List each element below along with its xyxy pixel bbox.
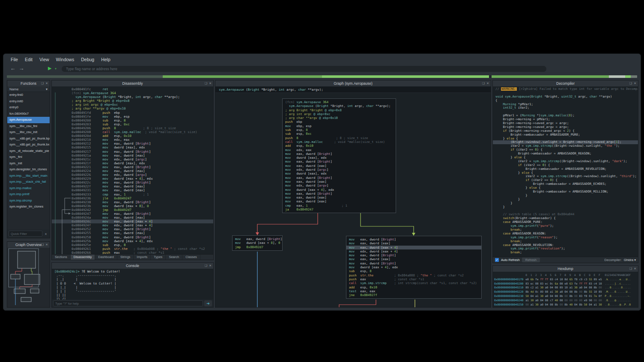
continue-dropdown-icon[interactable]: ▾ (55, 67, 57, 71)
function-item[interactable]: sym.__libc_csu_init (7, 129, 50, 136)
forward-button[interactable]: → (18, 65, 25, 71)
address-input[interactable] (62, 66, 546, 72)
menu-edit[interactable]: Edit (22, 56, 36, 63)
seek-segment[interactable] (625, 75, 631, 78)
code-line: Morning *pMVar1; (493, 103, 638, 107)
close-icon[interactable]: ✕ (634, 82, 636, 85)
auto-refresh-checkbox[interactable]: ✓ (495, 258, 499, 262)
code-line: 0x08049226 mov edx, dword [argv] (52, 173, 213, 177)
function-item[interactable]: sym.__libc_csu_fini (7, 123, 50, 130)
graph-node-entry[interactable]: (fcn) sym.Aeropause 364 sym.Aeropause (B… (282, 98, 396, 213)
graph-canvas[interactable]: (fcn) sym.Aeropause 364 sym.Aeropause (B… (215, 93, 491, 307)
seek-segment[interactable] (609, 75, 625, 78)
function-item[interactable]: sym.Aeropause (7, 117, 50, 123)
close-icon[interactable]: ✕ (634, 267, 636, 270)
function-item[interactable]: sym.imp.__libc_start_main (7, 173, 50, 179)
seek-segment[interactable] (631, 75, 637, 78)
disassembly-view[interactable]: 0x080491fc ret(fcn) sym.Aeropause 364 sy… (52, 86, 213, 254)
back-button[interactable]: ← (9, 65, 16, 71)
function-item[interactable]: sym.imp.printf (7, 191, 50, 198)
code-line: 0x0804923b mov dword [eax + 8], 0 (52, 204, 213, 208)
tab-types[interactable]: Types (151, 255, 166, 260)
seek-segment[interactable] (322, 75, 489, 78)
undock-icon[interactable]: ❏ (205, 82, 207, 85)
function-item[interactable]: sym.register_tm_clones (7, 204, 50, 210)
menu-windows[interactable]: Windows (53, 56, 78, 63)
close-icon[interactable]: ✕ (45, 243, 48, 246)
menu-help[interactable]: Help (98, 56, 113, 63)
decompiler-select[interactable]: Ghidra ▾ (624, 258, 636, 262)
close-icon[interactable]: ✕ (209, 82, 212, 85)
function-item[interactable]: sym.deregister_tm_clones (7, 166, 50, 173)
function-item[interactable]: sym.imp.strcmp (7, 198, 50, 204)
function-item[interactable]: entry.fini0 (7, 92, 50, 98)
tab-classes[interactable]: Classes (182, 255, 200, 260)
code-line: 0x0804921c mov edx, dword [argc] (52, 157, 213, 161)
tab-sections[interactable]: Sections (52, 255, 71, 260)
undock-icon[interactable]: ❏ (629, 82, 632, 85)
console-send-button[interactable]: ➜ (204, 300, 212, 306)
hexdump-view[interactable]: 0 1 2 3 4 5 6 7 8 9 A B C D E F 01234567… (493, 272, 638, 307)
graph-overview-header[interactable]: Graph Overview ❏ ✕ (7, 242, 50, 248)
console-input[interactable] (53, 300, 203, 306)
decompiler-view[interactable]: // WARNING: [r2ghidra] Failed to match t… (493, 86, 638, 257)
console-panel-header[interactable]: Console ❏ ✕ (52, 263, 213, 269)
close-icon[interactable]: ✕ (486, 82, 489, 85)
graph-node-right[interactable]: mov eax, dword [Bright]mov eax, dword [e… (346, 236, 482, 299)
function-item[interactable]: sym.imp.__stack_chk_fail (7, 179, 50, 185)
code-line: } else { (493, 186, 638, 190)
function-item[interactable]: fcn.080490c7 (7, 111, 50, 117)
function-item[interactable]: sym._dl_relocate_static_pie (7, 148, 50, 154)
tab-disassembly[interactable]: Disassembly (71, 255, 95, 260)
code-line: mov eax, dword [Bright] (283, 152, 396, 156)
close-icon[interactable]: ✕ (45, 82, 48, 85)
tab-search[interactable]: Search (166, 255, 182, 260)
code-line: mov edx, dword [eax + 4] (346, 249, 481, 253)
seek-segment[interactable] (163, 75, 322, 78)
quick-filter-input[interactable] (9, 231, 42, 237)
code-line: Bright->morning->saved_argc = argc; (493, 122, 638, 125)
decompiler-panel-header[interactable]: Decompiler ❏ ✕ (493, 80, 638, 86)
close-icon[interactable]: ✕ (209, 264, 212, 267)
functions-column-header[interactable]: Name ▾ (7, 86, 50, 92)
function-item[interactable]: sym.imp.malloc (7, 185, 50, 192)
function-item[interactable]: sym._fini (7, 154, 50, 160)
undock-icon[interactable]: ❏ (629, 267, 632, 270)
continue-button[interactable]: ▶ (48, 65, 51, 71)
function-item[interactable]: sym.__x86.get_pc_thunk.bp (7, 136, 50, 142)
refresh-button[interactable]: Refresh (522, 258, 540, 262)
disassembly-panel-header[interactable]: Disassembly ❏ ✕ (52, 80, 213, 86)
code-line: mov edx, dword [argc] (283, 168, 396, 172)
tab-dashboard[interactable]: Dashboard (95, 255, 117, 260)
code-line: 0x08049236 jle 0x8049247 (52, 196, 213, 200)
code-line: iVar2 = sym.imp.strcmp((Bright->window).… (493, 175, 638, 178)
function-item[interactable]: sym.__x86.get_pc_thunk.bx (7, 142, 50, 148)
code-line: add esp, 0x10 (283, 144, 396, 148)
undock-icon[interactable]: ❏ (482, 82, 485, 85)
code-line: push ebp (283, 120, 396, 124)
function-item[interactable]: entry.init0 (7, 98, 50, 105)
function-item[interactable]: sym._init (7, 160, 50, 167)
hexdump-panel-header[interactable]: Hexdump ❏ ✕ (493, 266, 638, 272)
functions-panel-header[interactable]: Functions ❏ ✕ (7, 80, 50, 86)
undock-icon[interactable]: ❏ (205, 264, 207, 267)
code-line: call sym.imp.strcmp ; int strcmp(const c… (346, 281, 481, 285)
menu-view[interactable]: View (36, 56, 52, 63)
tab-strings[interactable]: Strings (117, 255, 134, 260)
menu-file[interactable]: File (8, 56, 21, 63)
undock-icon[interactable]: ❏ (41, 243, 44, 246)
seek-segment[interactable] (7, 75, 163, 78)
filter-clear-button[interactable]: x (43, 231, 48, 237)
undock-icon[interactable]: ❏ (41, 82, 44, 85)
tab-imports[interactable]: Imports (134, 255, 151, 260)
graph-overview-minimap[interactable] (7, 248, 50, 307)
seek-bar[interactable] (7, 75, 637, 78)
menu-debug[interactable]: Debug (78, 56, 97, 63)
console-output[interactable]: [0x0804924c]> ?E Welcom to Cutter! .--. … (52, 269, 213, 300)
graph-panel-header[interactable]: Graph (sym.Aeropause) ❏ ✕ (215, 80, 491, 86)
functions-list[interactable]: entry.fini0entry.init0entry0fcn.080490c7… (7, 92, 50, 229)
seek-segment[interactable] (492, 75, 609, 78)
function-item[interactable]: entry0 (7, 104, 50, 111)
code-line: 0x0804924c mov eax, dword [eax + 4] (52, 220, 213, 223)
graph-node-left[interactable]: mov eax, dword [Bright]mov dword [eax + … (232, 235, 283, 251)
